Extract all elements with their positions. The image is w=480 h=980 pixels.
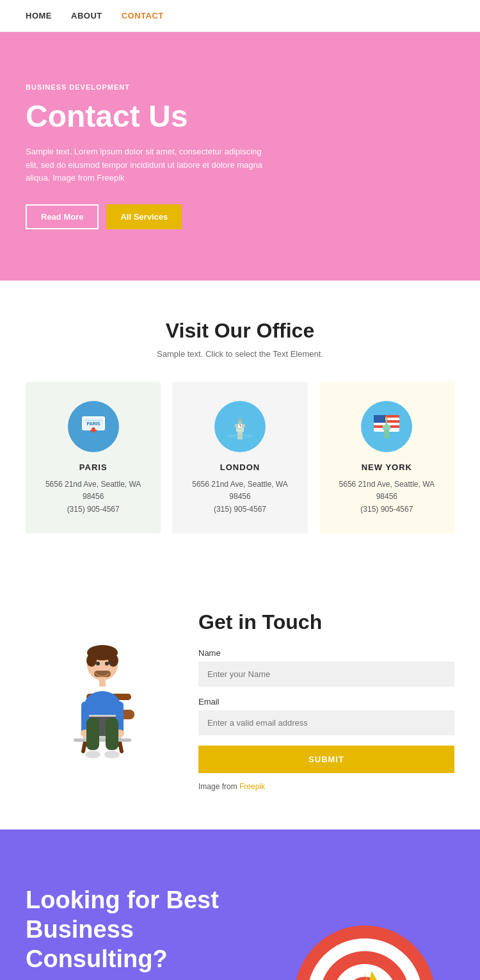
office-card-paris: PARIS PARIS 5656 21nd Ave, Seattle, WA 9… xyxy=(26,382,161,534)
form-freepik-link[interactable]: Freepik xyxy=(239,782,265,791)
london-icon xyxy=(214,401,266,452)
contact-form-wrap: Get in Touch Name Email SUBMIT Image fro… xyxy=(198,610,454,791)
office-cards: PARIS PARIS 5656 21nd Ave, Seattle, WA 9… xyxy=(26,382,454,534)
form-title: Get in Touch xyxy=(198,610,454,634)
paris-address: 5656 21nd Ave, Seattle, WA 98456 (315) 9… xyxy=(37,478,149,516)
svg-rect-50 xyxy=(86,718,99,750)
form-freepik-text: Image from Freepik xyxy=(198,782,454,791)
svg-point-53 xyxy=(104,751,120,758)
svg-rect-16 xyxy=(227,434,253,437)
paris-name: PARIS xyxy=(37,462,149,472)
navbar: HOME ABOUT CONTACT xyxy=(0,0,480,32)
newyork-name: NEW YORK xyxy=(331,462,443,472)
svg-text:PARIS: PARIS xyxy=(86,421,100,426)
office-card-london: LONDON 5656 21nd Ave, Seattle, WA 98456 … xyxy=(172,382,307,534)
svg-rect-23 xyxy=(384,429,389,438)
email-label: Email xyxy=(198,697,454,706)
cta-title: Looking for Best Business Consulting? xyxy=(26,886,256,974)
hero-text: Sample text. Lorem ipsum dolor sit amet,… xyxy=(26,145,269,185)
london-name: LONDON xyxy=(184,462,296,472)
hero-eyebrow: BUSINESS DEVELOPMENT xyxy=(26,83,454,91)
svg-point-52 xyxy=(85,751,100,758)
visit-office-section: Visit Our Office Sample text. Click to s… xyxy=(0,281,480,572)
svg-rect-45 xyxy=(74,739,131,742)
email-input[interactable] xyxy=(198,710,454,735)
nav-contact[interactable]: CONTACT xyxy=(122,11,164,20)
hero-section: BUSINESS DEVELOPMENT Contact Us Sample t… xyxy=(0,32,480,281)
visit-subtitle: Sample text. Click to select the Text El… xyxy=(26,349,454,359)
visit-title: Visit Our Office xyxy=(26,319,454,343)
svg-point-39 xyxy=(96,662,100,666)
contact-section: Get in Touch Name Email SUBMIT Image fro… xyxy=(0,572,480,829)
office-card-newyork: NEW YORK 5656 21nd Ave, Seattle, WA 9845… xyxy=(319,382,454,534)
svg-point-37 xyxy=(86,654,97,667)
svg-rect-51 xyxy=(106,718,118,750)
nav-home[interactable]: HOME xyxy=(26,11,52,20)
cta-section: Looking for Best Business Consulting? Sa… xyxy=(0,829,480,980)
svg-rect-42 xyxy=(99,679,106,687)
svg-rect-22 xyxy=(374,415,385,423)
london-address: 5656 21nd Ave, Seattle, WA 98456 (315) 9… xyxy=(184,478,296,516)
name-input[interactable] xyxy=(198,662,454,687)
newyork-address: 5656 21nd Ave, Seattle, WA 98456 (315) 9… xyxy=(331,478,443,516)
svg-point-27 xyxy=(385,417,388,420)
read-more-button[interactable]: Read More xyxy=(26,204,99,229)
newyork-icon xyxy=(361,401,412,452)
paris-icon: PARIS xyxy=(68,401,119,452)
svg-point-40 xyxy=(105,662,109,666)
svg-point-38 xyxy=(108,654,118,667)
cta-image xyxy=(275,881,454,980)
all-services-button[interactable]: All Services xyxy=(106,204,182,229)
name-label: Name xyxy=(198,648,454,658)
contact-illustration xyxy=(26,610,179,783)
svg-point-6 xyxy=(92,427,95,431)
cta-text: Looking for Best Business Consulting? Sa… xyxy=(26,886,256,980)
hero-title: Contact Us xyxy=(26,100,454,134)
submit-button[interactable]: SUBMIT xyxy=(198,746,454,773)
hero-buttons: Read More All Services xyxy=(26,204,454,229)
nav-about[interactable]: ABOUT xyxy=(71,11,102,20)
svg-rect-24 xyxy=(383,425,390,430)
